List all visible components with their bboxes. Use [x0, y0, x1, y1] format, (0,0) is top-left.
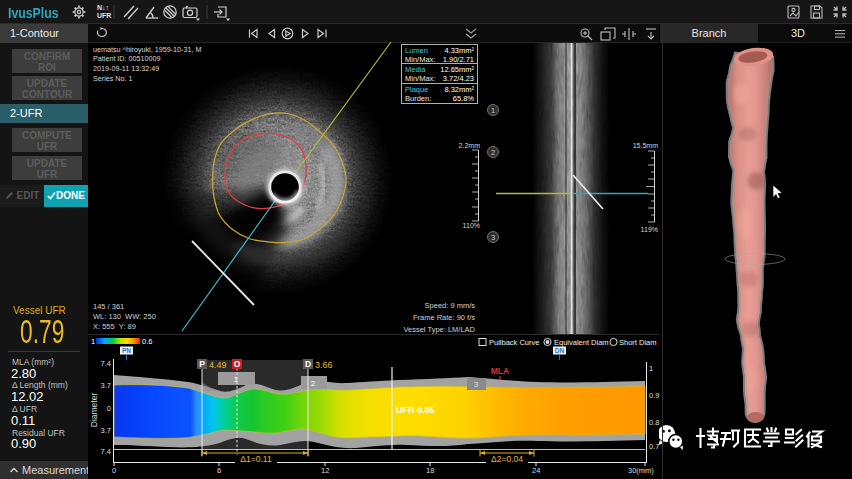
svg-text:O: O [234, 359, 241, 369]
svg-text:18: 18 [426, 466, 434, 475]
svg-text:Equivalent Diam: Equivalent Diam [554, 338, 609, 347]
svg-text:3.7: 3.7 [101, 381, 111, 390]
svg-text:15.5mm: 15.5mm [633, 142, 658, 149]
svg-text:0.9: 0.9 [649, 391, 659, 400]
svg-text:4.49: 4.49 [209, 360, 227, 370]
svg-text:D: D [305, 359, 311, 369]
svg-text:0.7: 0.7 [649, 442, 659, 451]
svg-text:30(mm): 30(mm) [628, 466, 654, 475]
svg-text:3.66: 3.66 [315, 360, 333, 370]
svg-text:Pullback Curve: Pullback Curve [489, 338, 539, 347]
svg-text:3: 3 [474, 380, 479, 389]
svg-text:Δ1=0.11: Δ1=0.11 [240, 454, 272, 464]
svg-text:1: 1 [234, 375, 239, 384]
svg-text:P: P [199, 359, 205, 369]
svg-text:24: 24 [532, 466, 540, 475]
svg-text:N↓↑: N↓↑ [97, 4, 109, 11]
svg-text:PN: PN [122, 347, 131, 354]
svg-text:2.2mm: 2.2mm [459, 142, 481, 149]
svg-text:Diameter: Diameter [89, 393, 99, 428]
svg-text:1: 1 [491, 106, 495, 115]
svg-text:7.4: 7.4 [101, 447, 111, 456]
svg-text:3.7: 3.7 [101, 426, 111, 435]
svg-text:7.4: 7.4 [101, 359, 111, 368]
svg-text:1: 1 [649, 364, 653, 373]
svg-text:1: 1 [91, 337, 95, 346]
svg-text:119%: 119% [641, 226, 658, 233]
svg-text:DN: DN [555, 347, 565, 354]
svg-text:6: 6 [217, 466, 221, 475]
svg-text:0: 0 [112, 466, 116, 475]
svg-text:2: 2 [491, 148, 495, 157]
svg-text:0.8: 0.8 [649, 418, 659, 427]
svg-text:12: 12 [321, 466, 329, 475]
svg-text:UFR: UFR [97, 12, 111, 19]
svg-text:110%: 110% [463, 222, 480, 229]
svg-text:0: 0 [107, 404, 111, 413]
svg-text:Short Diam: Short Diam [619, 338, 657, 347]
svg-text:MLA: MLA [491, 366, 509, 376]
svg-text:2: 2 [311, 379, 316, 388]
svg-text:3: 3 [491, 233, 495, 242]
svg-text:0.6: 0.6 [142, 337, 152, 346]
svg-text:UFR 0.85: UFR 0.85 [396, 405, 435, 415]
svg-text:Δ2=0.04: Δ2=0.04 [491, 454, 523, 464]
